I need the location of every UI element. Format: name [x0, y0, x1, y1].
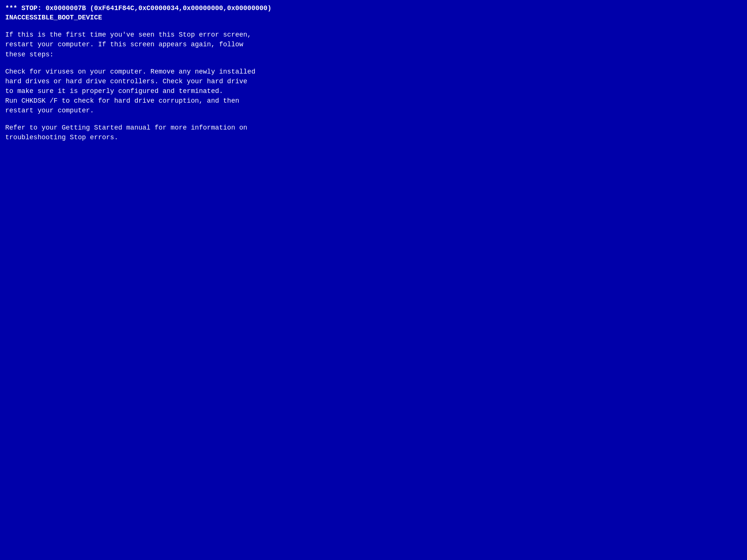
stop-error-line: *** STOP: 0x0000007B (0xF641F84C,0xC0000… [5, 4, 742, 13]
paragraph-check-viruses: Check for viruses on your computer. Remo… [5, 67, 742, 115]
paragraph-refer-manual: Refer to your Getting Started manual for… [5, 123, 742, 142]
error-name-line: INACCESSIBLE_BOOT_DEVICE [5, 13, 742, 22]
paragraph-first-time: If this is the first time you've seen th… [5, 30, 742, 59]
bsod-screen: *** STOP: 0x0000007B (0xF641F84C,0xC0000… [0, 0, 747, 560]
